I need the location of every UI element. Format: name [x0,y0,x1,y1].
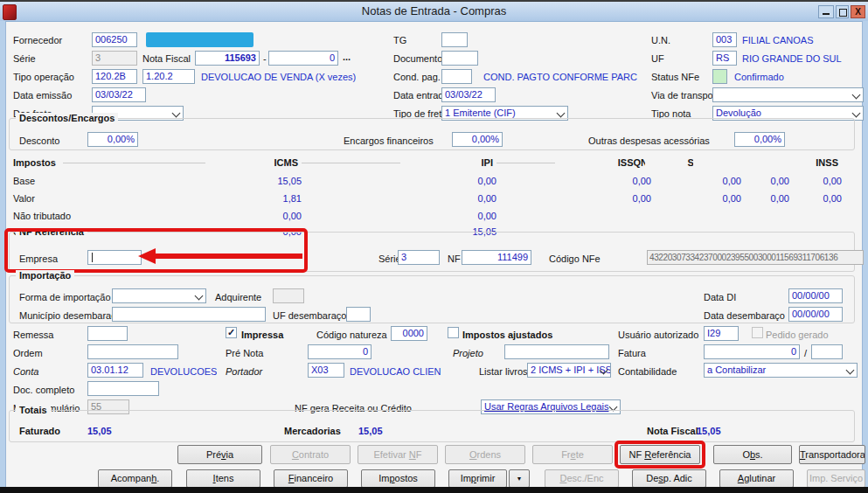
button-transportadora[interactable]: Transportadora [799,445,865,464]
button-efetivar-nf: Efetivar NF [358,445,438,464]
button-itens[interactable]: Itens [186,469,260,488]
button-frete: Frete [532,445,613,464]
button-bar: PréviaContratoEfetivar NFOrdensFreteNF R… [0,2,868,493]
button-impostos[interactable]: Impostos [361,469,435,488]
button-desp-adic[interactable]: Desp. Adic [632,469,706,488]
button-aglutinar[interactable]: Aglutinar [719,469,794,488]
button-contrato: Contrato [270,445,351,464]
button-financeiro[interactable]: Financeiro [274,469,348,488]
imprimir-dropdown-button[interactable]: ▼ [509,469,530,488]
button-pr-via[interactable]: Prévia [177,445,262,464]
button-obs[interactable]: Obs. [713,445,792,464]
button-acompanh[interactable]: Acompanh. [98,469,172,488]
button-imprimir[interactable]: Imprimir [448,469,507,488]
button-ordens: Ordens [445,445,525,464]
button-imp-servi-o: Imp. Serviço [807,469,865,488]
button-desc-enc: Desc./Enc [545,469,619,488]
notas-entrada-window: Notas de Entrada - Compras X Fornecedor … [0,0,868,493]
bottom-bar [0,487,868,493]
annotation-highlight-rectangle [615,441,705,469]
